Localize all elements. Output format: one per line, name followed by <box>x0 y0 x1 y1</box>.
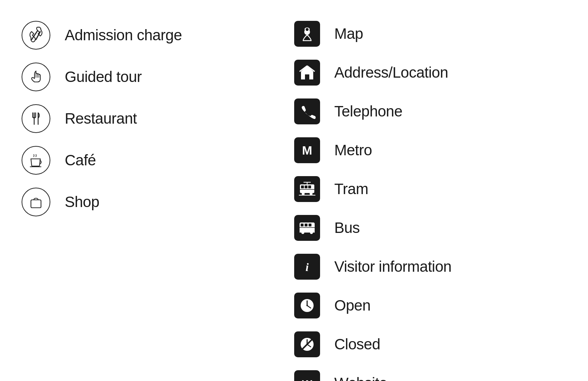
guided-tour-label: Guided tour <box>65 68 142 86</box>
svg-rect-14 <box>305 74 309 79</box>
telephone-icon <box>294 98 320 124</box>
metro-icon: M <box>294 137 320 163</box>
shop-label: Shop <box>65 193 99 211</box>
closed-icon <box>294 331 320 357</box>
admission-charge-icon <box>22 21 50 50</box>
bus-label: Bus <box>334 219 360 237</box>
cafe-icon <box>22 146 50 175</box>
svg-rect-31 <box>305 224 307 226</box>
svg-point-24 <box>302 192 305 195</box>
list-item: Admission charge <box>22 14 294 56</box>
svg-rect-32 <box>309 224 311 226</box>
website-icon: W <box>294 370 320 381</box>
list-item: Telephone <box>294 92 567 131</box>
legend-container: Admission charge Guided tour <box>22 14 566 381</box>
list-item: Closed <box>294 325 567 364</box>
svg-text:W: W <box>302 378 312 381</box>
telephone-label: Telephone <box>334 103 402 120</box>
svg-text:i: i <box>305 261 309 274</box>
svg-rect-30 <box>301 224 304 226</box>
shop-icon <box>22 188 50 216</box>
open-label: Open <box>334 297 371 314</box>
list-item: Bus <box>294 208 567 247</box>
visitor-info-icon: i <box>294 254 320 280</box>
list-item: Café <box>22 139 294 181</box>
list-item: Tram <box>294 170 567 208</box>
svg-rect-8 <box>31 200 41 208</box>
map-label: Map <box>334 25 363 42</box>
guided-tour-icon <box>22 63 50 91</box>
svg-point-12 <box>306 28 309 31</box>
list-item: Restaurant <box>22 98 294 139</box>
tram-icon <box>294 176 320 202</box>
svg-text:M: M <box>302 143 312 157</box>
bus-icon <box>294 215 320 241</box>
list-item: Guided tour <box>22 56 294 98</box>
map-icon <box>294 21 320 47</box>
svg-rect-36 <box>300 231 315 233</box>
website-label: Website <box>334 375 387 381</box>
metro-label: Metro <box>334 142 372 159</box>
address-icon <box>294 60 320 86</box>
tram-label: Tram <box>334 180 368 198</box>
svg-rect-20 <box>301 185 304 188</box>
left-column: Admission charge Guided tour <box>22 14 294 381</box>
list-item: W Website <box>294 364 567 381</box>
list-item: i Visitor information <box>294 247 567 286</box>
list-item: Shop <box>22 181 294 223</box>
restaurant-label: Restaurant <box>65 110 137 127</box>
open-icon <box>294 293 320 318</box>
list-item: Open <box>294 286 567 325</box>
list-item: Map <box>294 14 567 53</box>
cafe-label: Café <box>65 152 96 169</box>
svg-rect-21 <box>305 185 307 188</box>
right-column: Map Address/Location <box>294 14 567 381</box>
list-item: M Metro <box>294 131 567 170</box>
address-label: Address/Location <box>334 64 448 81</box>
restaurant-icon <box>22 104 50 133</box>
svg-rect-22 <box>308 185 311 188</box>
admission-charge-label: Admission charge <box>65 27 182 44</box>
list-item: Address/Location <box>294 53 567 92</box>
svg-point-25 <box>310 192 313 195</box>
closed-label: Closed <box>334 336 380 353</box>
visitor-info-label: Visitor information <box>334 258 452 275</box>
